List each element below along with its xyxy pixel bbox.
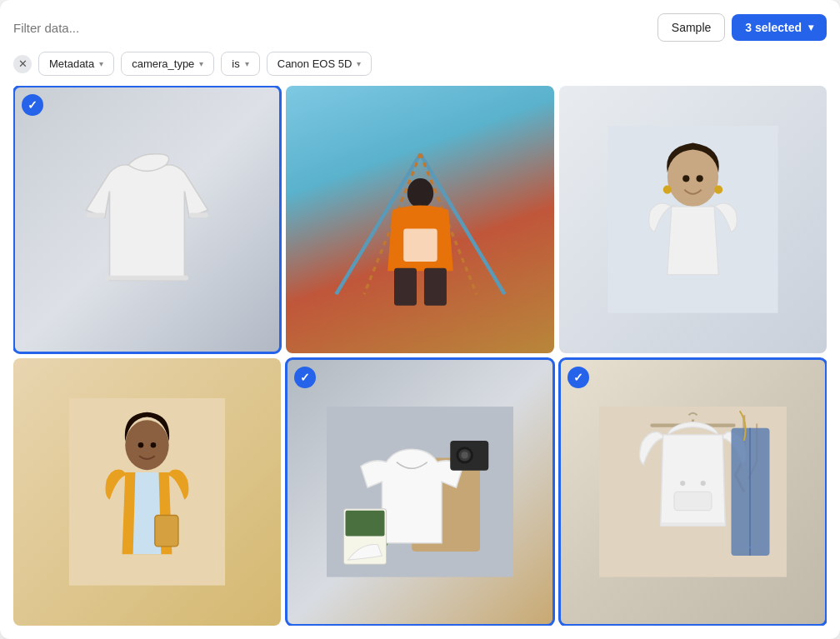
sample-button[interactable]: Sample — [658, 13, 725, 42]
metadata-chevron-icon: ▾ — [99, 59, 103, 68]
image-cell-1[interactable]: ✓ — [13, 86, 281, 353]
value-chip[interactable]: Canon EOS 5D ▾ — [267, 52, 372, 76]
camera-type-chip[interactable]: camera_type ▾ — [121, 52, 214, 76]
filter-close-button[interactable]: ✕ — [13, 55, 32, 73]
is-chip[interactable]: is ▾ — [221, 52, 259, 76]
svg-rect-36 — [660, 522, 725, 526]
value-chevron-icon: ▾ — [357, 59, 361, 68]
is-chevron-icon: ▾ — [245, 59, 249, 68]
filter-row: ✕ Metadata ▾ camera_type ▾ is ▾ Canon EO… — [13, 52, 827, 76]
camera-type-chevron-icon: ▾ — [199, 59, 203, 68]
svg-rect-2 — [189, 213, 208, 218]
check-badge-1: ✓ — [22, 94, 43, 116]
svg-point-34 — [680, 481, 685, 486]
svg-point-15 — [663, 186, 672, 194]
toolbar: Sample 3 selected ▾ — [13, 13, 827, 42]
svg-rect-0 — [106, 276, 188, 281]
app-container: Sample 3 selected ▾ ✕ Metadata ▾ camera_… — [0, 0, 840, 639]
value-label: Canon EOS 5D — [278, 57, 352, 70]
svg-point-20 — [138, 442, 144, 448]
image-cell-3[interactable] — [559, 86, 827, 353]
image-grid: ✓ — [13, 86, 827, 626]
image-cell-4[interactable] — [13, 358, 281, 626]
image-cell-2[interactable] — [286, 86, 553, 353]
svg-point-21 — [151, 442, 157, 448]
svg-point-35 — [701, 481, 706, 486]
svg-rect-1 — [87, 213, 105, 218]
chevron-icon: ▾ — [808, 22, 813, 33]
svg-point-13 — [682, 175, 689, 182]
svg-rect-19 — [155, 516, 178, 547]
toolbar-right: Sample 3 selected ▾ — [658, 13, 827, 42]
svg-point-16 — [714, 186, 722, 194]
svg-rect-9 — [394, 268, 417, 306]
check-badge-6: ✓ — [568, 367, 589, 388]
selected-label: 3 selected — [745, 21, 802, 34]
is-label: is — [232, 57, 239, 70]
svg-point-18 — [125, 420, 168, 470]
image-cell-5[interactable]: ✓ — [286, 358, 553, 626]
svg-rect-33 — [674, 492, 712, 511]
svg-rect-10 — [423, 268, 446, 306]
filter-input[interactable] — [13, 21, 180, 35]
svg-point-7 — [407, 178, 432, 208]
selected-button[interactable]: 3 selected ▾ — [732, 14, 827, 41]
camera-type-label: camera_type — [132, 57, 194, 70]
svg-rect-8 — [403, 229, 437, 262]
image-cell-6[interactable]: ✓ — [559, 358, 827, 626]
metadata-chip[interactable]: Metadata ▾ — [38, 52, 114, 76]
metadata-label: Metadata — [49, 57, 94, 70]
svg-point-14 — [696, 175, 702, 182]
svg-rect-29 — [345, 511, 384, 537]
svg-point-27 — [461, 452, 468, 458]
